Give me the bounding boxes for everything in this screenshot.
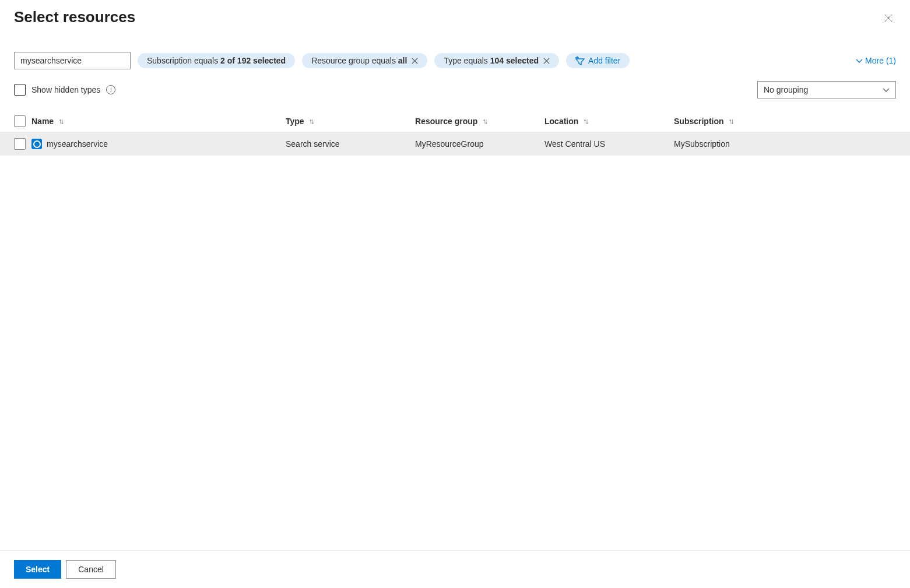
select-button[interactable]: Select bbox=[14, 560, 61, 579]
row-checkbox[interactable] bbox=[14, 138, 26, 150]
row-type: Search service bbox=[286, 139, 340, 149]
sort-icon: ↑↓ bbox=[309, 117, 313, 125]
sort-icon: ↑↓ bbox=[58, 117, 62, 125]
filter-subscription-value: 2 of 192 selected bbox=[220, 56, 286, 65]
column-header-name[interactable]: Name ↑↓ bbox=[31, 117, 286, 126]
show-hidden-checkbox[interactable] bbox=[14, 84, 26, 96]
column-header-subscription[interactable]: Subscription ↑↓ bbox=[674, 117, 790, 126]
close-icon bbox=[412, 58, 418, 64]
filter-icon bbox=[575, 56, 585, 65]
filter-type-clear[interactable] bbox=[543, 58, 550, 64]
page-title: Select resources bbox=[14, 8, 135, 26]
column-header-resource-group[interactable]: Resource group ↑↓ bbox=[415, 117, 544, 126]
col-name-label: Name bbox=[31, 117, 54, 126]
sort-icon: ↑↓ bbox=[583, 117, 587, 125]
info-icon[interactable]: i bbox=[106, 85, 115, 94]
grouping-select[interactable]: No grouping bbox=[757, 81, 896, 98]
row-name: mysearchservice bbox=[47, 139, 108, 149]
search-input[interactable] bbox=[14, 52, 131, 69]
table-row[interactable]: mysearchservice Search service MyResourc… bbox=[0, 132, 910, 156]
close-button[interactable] bbox=[881, 10, 896, 27]
chevron-down-icon bbox=[856, 57, 863, 64]
col-loc-label: Location bbox=[544, 117, 578, 126]
close-icon bbox=[543, 58, 550, 64]
footer: Select Cancel bbox=[0, 550, 910, 588]
filter-rg-clear[interactable] bbox=[412, 58, 418, 64]
more-filters-link[interactable]: More (1) bbox=[856, 56, 896, 65]
show-hidden-label: Show hidden types bbox=[31, 85, 100, 94]
select-all-checkbox[interactable] bbox=[14, 115, 26, 127]
filter-bar: Subscription equals 2 of 192 selected Re… bbox=[0, 27, 910, 69]
add-filter-label: Add filter bbox=[588, 56, 620, 65]
grouping-value: No grouping bbox=[764, 85, 808, 94]
chevron-down-icon bbox=[883, 86, 890, 93]
add-filter-button[interactable]: Add filter bbox=[566, 53, 630, 68]
filter-pill-resource-group[interactable]: Resource group equals all bbox=[302, 53, 427, 68]
column-header-type[interactable]: Type ↑↓ bbox=[286, 117, 415, 126]
table-header: Name ↑↓ Type ↑↓ Resource group ↑↓ Locati… bbox=[0, 110, 910, 132]
filter-rg-label: Resource group equals bbox=[311, 56, 398, 65]
results-table: Name ↑↓ Type ↑↓ Resource group ↑↓ Locati… bbox=[0, 110, 910, 550]
filter-pill-subscription[interactable]: Subscription equals 2 of 192 selected bbox=[138, 53, 295, 68]
sort-icon: ↑↓ bbox=[482, 117, 486, 125]
filter-pill-type[interactable]: Type equals 104 selected bbox=[434, 53, 559, 68]
row-location: West Central US bbox=[544, 139, 605, 149]
filter-type-value: 104 selected bbox=[490, 56, 539, 65]
column-header-location[interactable]: Location ↑↓ bbox=[544, 117, 674, 126]
col-sub-label: Subscription bbox=[674, 117, 724, 126]
row-resource-group: MyResourceGroup bbox=[415, 139, 484, 149]
filter-subscription-label: Subscription equals bbox=[147, 56, 220, 65]
filter-rg-value: all bbox=[398, 56, 407, 65]
cancel-button[interactable]: Cancel bbox=[66, 560, 116, 579]
col-rg-label: Resource group bbox=[415, 117, 477, 126]
close-icon bbox=[884, 14, 893, 22]
row-subscription: MySubscription bbox=[674, 139, 730, 149]
sort-icon: ↑↓ bbox=[729, 117, 733, 125]
search-service-icon bbox=[31, 139, 42, 149]
col-type-label: Type bbox=[286, 117, 304, 126]
more-filters-label: More (1) bbox=[865, 56, 896, 65]
filter-type-label: Type equals bbox=[444, 56, 490, 65]
